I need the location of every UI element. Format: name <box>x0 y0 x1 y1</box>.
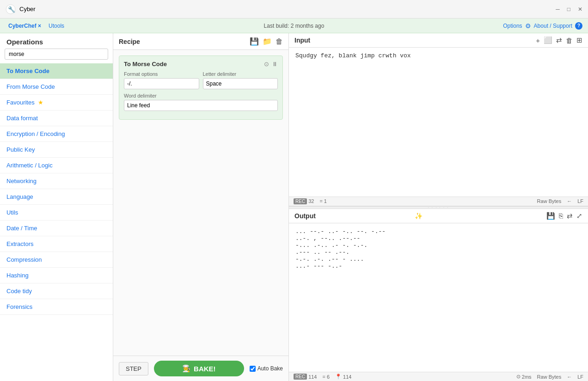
input-lines-value: 1 <box>324 198 327 204</box>
menubar: CyberChef × Utools Last build: 2 months … <box>0 18 588 33</box>
input-transfer-icon[interactable]: ⇄ <box>556 36 562 44</box>
input-delete-icon[interactable]: 🗑 <box>566 37 573 44</box>
output-time-seg: ⊙ 2ms <box>516 374 532 380</box>
output-lines-seg: = 6 <box>322 374 330 380</box>
sidebar-item-from-morse[interactable]: From Morse Code <box>0 79 113 95</box>
word-delimiter-label: Word delimiter <box>124 93 278 98</box>
sidebar-item-forensics[interactable]: Forensics <box>0 299 113 315</box>
recipe-step-to-morse: To Morse Code ⊙ ⏸ Format options Letter … <box>119 55 283 120</box>
auto-bake-label: Auto Bake <box>257 365 283 372</box>
output-position-seg: 📍 114 <box>335 374 351 380</box>
output-position-value: 114 <box>343 374 351 380</box>
sidebar-item-favourites[interactable]: Favourites ★ <box>0 95 113 111</box>
input-grid-icon[interactable]: ⊞ <box>576 36 582 44</box>
output-time-value: 2ms <box>522 374 532 380</box>
output-save-icon[interactable]: 💾 <box>546 212 555 220</box>
recipe-fields-row1: Format options Letter delimiter <box>124 71 278 93</box>
word-delimiter-field: Word delimiter <box>124 93 278 111</box>
tab-cyberchef[interactable]: CyberChef × <box>6 22 44 30</box>
recipe-title: Recipe <box>119 38 246 45</box>
output-rec-seg: REC 114 <box>294 374 317 380</box>
input-arrow-icon: ← <box>567 198 572 204</box>
about-support-link[interactable]: About / Support <box>534 23 572 29</box>
bake-button[interactable]: 👨‍🍳 BAKE! <box>154 361 244 376</box>
options-link[interactable]: Options <box>503 23 522 29</box>
clock-small-icon: ⊙ <box>516 374 521 380</box>
auto-bake-checkbox[interactable] <box>250 366 256 372</box>
auto-bake-wrap: Auto Bake <box>250 365 283 372</box>
output-encoding[interactable]: Raw Bytes <box>537 374 562 380</box>
sidebar-item-language[interactable]: Language <box>0 189 113 205</box>
close-button[interactable]: ✕ <box>578 6 582 12</box>
sidebar-item-utils[interactable]: Utils <box>0 205 113 221</box>
recipe-step-header: To Morse Code ⊙ ⏸ <box>124 61 278 68</box>
chef-icon: 👨‍🍳 <box>182 364 191 373</box>
svg-text:🔧: 🔧 <box>8 6 16 13</box>
main-area: Operations To Morse Code From Morse Code… <box>0 33 588 381</box>
sidebar-item-public-key[interactable]: Public Key <box>0 142 113 158</box>
pause-icon[interactable]: ⏸ <box>272 61 278 68</box>
recipe-folder-icon[interactable]: 📁 <box>263 37 272 46</box>
recipe-bottom-bar: STEP 👨‍🍳 BAKE! Auto Bake <box>113 356 288 381</box>
tab-utools[interactable]: Utools <box>46 22 67 30</box>
maximize-button[interactable]: □ <box>567 6 570 12</box>
format-options-input[interactable] <box>124 78 199 89</box>
output-lines-value: 6 <box>327 374 330 380</box>
input-line-ending[interactable]: LF <box>577 198 583 204</box>
app-icon: 🔧 <box>6 4 16 14</box>
letter-delimiter-label: Letter delimiter <box>203 71 278 77</box>
marker-icon: 📍 <box>335 374 342 380</box>
sidebar-item-datetime[interactable]: Date / Time <box>0 221 113 236</box>
input-expand-icon[interactable]: ⬜ <box>544 36 552 44</box>
input-rec-seg: REC 32 <box>294 198 314 204</box>
output-expand-icon[interactable]: ⤢ <box>576 212 582 220</box>
format-options-field: Format options <box>124 71 199 89</box>
sidebar-item-to-morse[interactable]: To Morse Code <box>0 63 113 79</box>
recipe-step-title: To Morse Code <box>124 61 264 68</box>
output-panel: Output ✨ 💾 ⎘ ⇄ ⤢ ... --.- ..- -.. --. -.… <box>289 209 588 381</box>
input-statusbar: REC 32 = 1 Raw Bytes ← LF <box>289 197 588 206</box>
sidebar-item-networking[interactable]: Networking <box>0 173 113 189</box>
help-icon[interactable]: ? <box>575 22 582 30</box>
wand-icon[interactable]: ✨ <box>415 212 423 220</box>
output-arrow-icon: ← <box>567 374 572 380</box>
io-area: Input + ⬜ ⇄ 🗑 ⊞ Squdgy fez, blank jimp c… <box>289 33 588 381</box>
input-title: Input <box>294 37 532 44</box>
rec-label: REC <box>294 198 307 204</box>
sidebar-section-header: Operations <box>0 33 113 49</box>
format-options-label: Format options <box>124 71 199 77</box>
minimize-button[interactable]: ─ <box>556 6 560 12</box>
recipe-save-icon[interactable]: 💾 <box>250 37 259 46</box>
step-button[interactable]: STEP <box>119 362 148 375</box>
output-header: Output ✨ 💾 ⎘ ⇄ ⤢ <box>289 209 588 223</box>
output-transfer-icon[interactable]: ⇄ <box>567 212 573 220</box>
search-input[interactable] <box>5 49 108 60</box>
word-delimiter-input[interactable] <box>124 100 278 111</box>
sidebar-item-encryption[interactable]: Encryption / Encoding <box>0 126 113 142</box>
sidebar-item-arithmetic[interactable]: Arithmetic / Logic <box>0 158 113 173</box>
sidebar-item-compression[interactable]: Compression <box>0 252 113 268</box>
gear-icon[interactable]: ⚙ <box>525 22 531 30</box>
input-textarea[interactable]: Squdgy fez, blank jimp crwth vox <box>289 48 588 197</box>
letter-delimiter-input[interactable] <box>203 78 278 89</box>
recipe-trash-icon[interactable]: 🗑 <box>276 37 283 46</box>
input-encoding[interactable]: Raw Bytes <box>537 198 562 204</box>
sidebar-item-extractors[interactable]: Extractors <box>0 236 113 252</box>
tab-bar: CyberChef × Utools <box>6 22 67 30</box>
output-rec-value: 114 <box>308 374 317 380</box>
input-rec-value: 32 <box>308 198 314 204</box>
window-controls: ─ □ ✕ <box>556 6 582 12</box>
clock-icon[interactable]: ⊙ <box>264 61 269 68</box>
titlebar: 🔧 Cyber ─ □ ✕ <box>0 0 588 18</box>
output-copy-icon[interactable]: ⎘ <box>559 212 563 220</box>
recipe-panel: Recipe 💾 📁 🗑 To Morse Code ⊙ ⏸ Format op… <box>113 33 289 381</box>
sidebar-item-data-format[interactable]: Data format <box>0 111 113 126</box>
sidebar-item-hashing[interactable]: Hashing <box>0 268 113 283</box>
input-plus-icon[interactable]: + <box>536 37 540 44</box>
sidebar-item-code-tidy[interactable]: Code tidy <box>0 283 113 299</box>
star-icon: ★ <box>38 99 43 106</box>
output-line-ending[interactable]: LF <box>577 374 583 380</box>
output-title: Output <box>294 212 411 220</box>
recipe-step-icons: ⊙ ⏸ <box>264 61 278 68</box>
build-info: Last build: 2 months ago <box>264 23 325 29</box>
